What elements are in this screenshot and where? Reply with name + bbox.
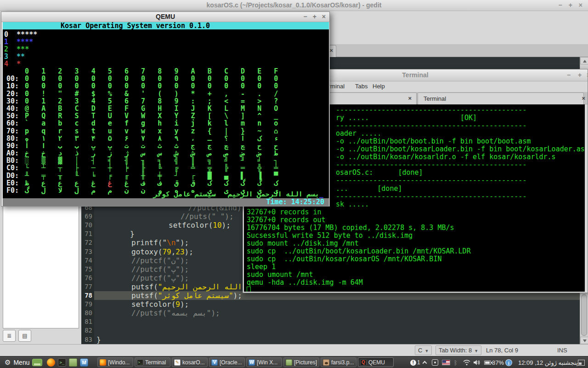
table-cell: 8 bbox=[158, 68, 174, 75]
code-line: } bbox=[96, 335, 101, 344]
window-button-label: [Windo... bbox=[108, 359, 130, 366]
close-icon[interactable]: × bbox=[579, 1, 582, 9]
table-cell: ر bbox=[91, 150, 108, 157]
table-cell: ╪ bbox=[158, 172, 174, 179]
table-cell: i bbox=[174, 120, 191, 127]
menu-item-help[interactable]: Help bbox=[373, 83, 385, 90]
code-line: printf("\n"); bbox=[131, 238, 189, 247]
close-icon[interactable]: × bbox=[322, 13, 326, 20]
table-cell: ۸ bbox=[158, 135, 174, 142]
tray-expand-button[interactable] bbox=[423, 356, 426, 368]
table-cell: 6 bbox=[124, 68, 141, 75]
maximize-icon[interactable]: + bbox=[569, 1, 572, 9]
tab-close-icon[interactable]: × bbox=[408, 95, 412, 102]
table-cell: ع bbox=[41, 179, 58, 187]
terminal-line: sudo umount /mnt bbox=[247, 271, 313, 279]
minimize-icon[interactable]: − bbox=[303, 13, 307, 20]
minimize-icon[interactable]: − bbox=[558, 1, 562, 9]
volume-indicator[interactable] bbox=[473, 356, 481, 368]
table-cell: 1 bbox=[41, 68, 58, 75]
scroll-down-button[interactable] bbox=[580, 337, 588, 344]
table-cell: غ bbox=[91, 179, 108, 187]
gear-icon: ⚙ bbox=[5, 358, 11, 367]
qemu-titlebar[interactable]: QEMU − + × bbox=[1, 12, 329, 22]
table-cell: ┌ bbox=[191, 172, 208, 179]
line-number: 72 bbox=[81, 238, 92, 247]
table-cell: $ bbox=[91, 90, 108, 98]
table-cell: O bbox=[274, 105, 290, 112]
table-row-label: E0: bbox=[6, 179, 25, 187]
documents-panel-button[interactable]: ≣ bbox=[3, 330, 16, 342]
tab-close-icon[interactable]: × bbox=[582, 95, 585, 102]
language-combo[interactable]: C▼ bbox=[415, 345, 432, 355]
taskbar-window-button-terminal[interactable]: >_Terminal bbox=[135, 357, 170, 367]
tag-list-panel-button[interactable]: ▤ bbox=[18, 330, 31, 342]
table-cell: e bbox=[108, 120, 124, 127]
table-cell: ╦ bbox=[208, 164, 224, 172]
taskbar-window-button-farsi3p[interactable]: farsi3.p... bbox=[321, 357, 356, 367]
table-cell: 0 bbox=[208, 82, 224, 90]
table-row-label: 80: bbox=[6, 135, 25, 142]
table-cell: 0 bbox=[108, 82, 124, 90]
firefox-icon bbox=[100, 359, 106, 366]
table-cell: أ bbox=[25, 142, 41, 150]
files-launcher-icon[interactable] bbox=[69, 358, 77, 367]
table-row-label: 30: bbox=[6, 98, 25, 105]
table-row-label: 60: bbox=[6, 120, 25, 127]
media-launcher-icon[interactable]: M bbox=[80, 358, 88, 367]
taskbar-window-button-pictures[interactable]: [Pictures] bbox=[283, 357, 319, 367]
code-line: putsf("بسم الله الرحمن الرحيم bbox=[131, 282, 260, 291]
minimize-icon[interactable]: − bbox=[567, 71, 571, 79]
clock[interactable]: پنجشنبه ژوئن 12, 12:09 bbox=[518, 356, 578, 368]
taskbar-window-button-windo[interactable]: [Windo... bbox=[97, 357, 133, 367]
code-line: putsf("سيستم عامل كوثر"); bbox=[131, 291, 242, 300]
table-cell: ۷ bbox=[141, 135, 158, 142]
taskbar-window-button-kosaro[interactable]: ✎kosarO... bbox=[172, 357, 208, 367]
chevron-up-icon bbox=[423, 361, 427, 366]
table-cell: ═ bbox=[241, 164, 257, 172]
window-selector[interactable] bbox=[578, 356, 585, 368]
table-cell: / bbox=[274, 90, 290, 98]
table-cell: گ bbox=[25, 187, 41, 194]
taskbar-window-button-oracle[interactable]: V[Oracle... bbox=[209, 357, 245, 367]
table-cell: 5 bbox=[108, 68, 124, 75]
update-manager-indicator[interactable]: i bbox=[505, 356, 512, 368]
touchpad-indicator[interactable] bbox=[432, 356, 438, 368]
table-cell: └ bbox=[25, 164, 41, 172]
menu-item-tabs[interactable]: Tabs bbox=[355, 83, 368, 90]
tab-close-icon[interactable]: × bbox=[329, 47, 333, 54]
qemu-vm-display[interactable]: Kosar Operating System version 0.1.0 0 *… bbox=[2, 22, 329, 206]
boot-progress-row: 0 ***** bbox=[4, 31, 37, 38]
terminal-launcher-icon[interactable]: >_ bbox=[58, 358, 66, 367]
terminal-tab-2[interactable]: Terminal × bbox=[418, 92, 584, 104]
tab-width-combo[interactable]: Tab Width: 8▼ bbox=[435, 345, 481, 355]
taskbar-window-button-winx[interactable]: W[Win X... bbox=[246, 357, 282, 367]
table-cell: ╒ bbox=[108, 172, 124, 179]
maximize-icon[interactable]: + bbox=[313, 13, 317, 20]
table-cell: 5 bbox=[108, 98, 124, 105]
table-cell: 0 bbox=[274, 82, 290, 90]
table-cell: 0 bbox=[25, 75, 41, 82]
scrollbar-thumb[interactable] bbox=[581, 294, 587, 336]
battery-indicator[interactable]: 87% bbox=[484, 356, 504, 368]
keyboard-layout-indicator[interactable] bbox=[442, 356, 450, 368]
menu-button[interactable]: ⚙ Menu bbox=[2, 357, 32, 368]
maximize-icon[interactable]: + bbox=[578, 71, 582, 79]
show-desktop-button[interactable] bbox=[32, 359, 42, 366]
taskbar-window-button-qemu[interactable]: QQEMU bbox=[358, 357, 394, 367]
bluetooth-indicator[interactable]: ᛒ bbox=[454, 356, 458, 368]
table-cell: D bbox=[91, 105, 108, 112]
boot-progress-row: 1 **** bbox=[4, 38, 37, 46]
table-cell: ╟ bbox=[141, 164, 158, 172]
table-cell: ' bbox=[141, 90, 158, 98]
table-cell: g bbox=[141, 120, 158, 127]
table-cell: 0 bbox=[191, 75, 208, 82]
table-cell: \ bbox=[224, 112, 241, 120]
table-cell: 0 bbox=[41, 82, 58, 90]
gedit-titlebar[interactable]: kosarOS.c (~/Projects/kosar_0.1.0/KosarO… bbox=[0, 0, 588, 11]
table-cell: 3 bbox=[74, 98, 91, 105]
wifi-indicator[interactable] bbox=[463, 356, 470, 368]
notification-tray-item[interactable]: ! 1 bbox=[410, 356, 420, 368]
scroll-up-button[interactable] bbox=[580, 57, 588, 64]
firefox-launcher-icon[interactable] bbox=[47, 358, 55, 367]
